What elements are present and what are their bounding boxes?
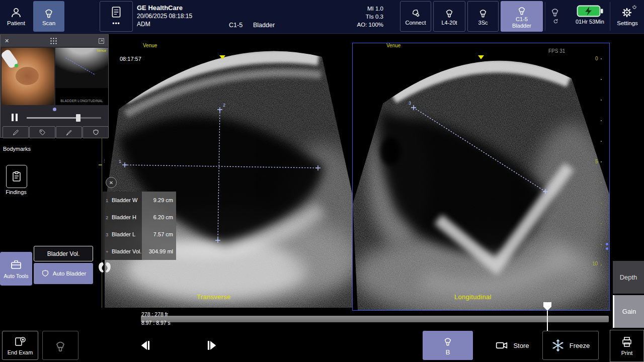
print-button[interactable]: Print	[610, 330, 644, 362]
carousel-dot[interactable]	[53, 108, 56, 111]
measurement-number: +	[106, 249, 109, 254]
patient-label: Patient	[7, 20, 25, 26]
longitudinal-label: Longitudinal	[454, 293, 492, 301]
measurement-results-box: 1Bladder W 9.29 cm 2Bladder H 6.20 cm 3B…	[103, 192, 176, 260]
probe-c1-5-label: C1-5	[516, 16, 528, 22]
tag-icon	[39, 129, 46, 136]
annotate-tool-button[interactable]	[3, 126, 29, 138]
probe-c1-5-active-button[interactable]: C1-5 Bladder	[501, 1, 543, 32]
right-venue-logo: Venue	[386, 43, 400, 48]
gain-label: Gain	[622, 308, 636, 315]
bodymarks-button[interactable]: Bodymarks	[3, 146, 31, 152]
wireless-probe-icon	[549, 6, 560, 17]
briefcase-icon	[10, 258, 22, 270]
depth-label: Depth	[620, 274, 637, 281]
measurement-row: +Bladder Vol. 304.99 ml	[103, 243, 176, 260]
store-button[interactable]: Store	[484, 331, 540, 360]
probe-3sc-icon	[477, 7, 489, 18]
more-dots: •••	[112, 20, 120, 27]
cine-slider-track[interactable]	[27, 117, 101, 119]
gain-indicator-dot-2[interactable]	[606, 247, 608, 250]
patient-button[interactable]: Patient	[1, 1, 31, 32]
printer-icon	[621, 336, 633, 348]
freeze-label: Freeze	[570, 342, 590, 349]
auto-tools-button[interactable]: Auto Tools	[0, 252, 32, 286]
left-venue-logo: Venue	[143, 43, 157, 48]
cine-seconds-text: 8.97 : 8.97 s	[141, 320, 171, 326]
auto-bladder-label: Auto Bladder	[53, 270, 87, 277]
cine-frames-text: 278 : 278 fr	[141, 311, 168, 317]
measurement-value: 9.29 cm	[142, 192, 176, 209]
measurement-row: 1Bladder W 9.29 cm	[103, 192, 176, 209]
connect-probe-icon	[408, 5, 424, 21]
right-ruler-0: 0	[595, 56, 598, 61]
measurement-label: Bladder L	[112, 231, 135, 237]
previous-frame-button[interactable]	[126, 331, 163, 360]
gain-indicator-dot-1[interactable]	[606, 243, 608, 245]
current-probe-text: C1-5	[229, 22, 243, 29]
tis-value: TIs 0.3	[352, 13, 383, 21]
review-panel: ✕ Venue BLADDER LONGITUDINAL	[0, 34, 109, 138]
orientation-marker-right	[478, 55, 484, 59]
left-image-time: 08:17:57	[120, 56, 141, 62]
pencil-icon	[12, 129, 20, 136]
pause-button[interactable]	[12, 114, 18, 121]
findings-clipboard-icon	[11, 170, 23, 183]
kidneys-icon[interactable]	[96, 259, 113, 277]
end-exam-button[interactable]: End Exam	[2, 331, 38, 360]
cine-position-marker[interactable]	[543, 302, 552, 311]
right-depth-ruler	[601, 58, 602, 267]
ultrasound-thumbnail[interactable]: Venue BLADDER LONGITUDINAL	[55, 48, 108, 105]
marker-tool-button[interactable]	[56, 126, 82, 138]
b-mode-label: B	[446, 348, 450, 356]
bladder-vol-label: Bladder Vol.	[47, 250, 80, 257]
power-icon	[632, 5, 637, 10]
probe-c1-5-exam-label: Bladder	[512, 23, 531, 29]
end-exam-icon	[14, 335, 26, 347]
ao-value: AO: 100%	[352, 21, 383, 29]
battery-icon	[577, 5, 604, 17]
measurement-number: 3	[106, 232, 109, 237]
connect-probe-button[interactable]: Connect	[400, 1, 431, 32]
auto-bladder-button[interactable]: Auto Bladder	[34, 263, 93, 284]
panel-drag-handle-icon[interactable]	[50, 37, 57, 45]
panel-close-icon[interactable]: ✕	[5, 38, 9, 44]
cine-marker-line	[547, 311, 548, 331]
probe-charge-icon	[552, 18, 559, 25]
review-panel-header[interactable]: ✕	[1, 35, 108, 47]
gear-icon	[621, 7, 633, 19]
brand-text: GE HealthCare	[137, 4, 192, 12]
next-frame-button[interactable]	[194, 331, 231, 360]
acoustic-output-block: MI 1.0 TIs 0.3 AO: 100%	[352, 5, 383, 29]
measurement-number: 1	[106, 198, 109, 203]
probe-3sc-button[interactable]: 3Sc	[467, 1, 499, 32]
settings-button[interactable]: Settings	[612, 1, 643, 32]
label-tool-button[interactable]	[29, 126, 55, 138]
previous-frame-icon	[137, 338, 152, 353]
probe-l4-20t-button[interactable]: L4-20t	[433, 1, 465, 32]
transverse-label: Transverse	[197, 293, 231, 301]
cine-loop-bar[interactable]	[141, 316, 609, 322]
scan-button[interactable]: Scan	[33, 1, 64, 32]
bodymark-thumbnail[interactable]	[2, 48, 54, 105]
bladder-vol-button[interactable]: Bladder Vol.	[34, 246, 93, 261]
settings-label: Settings	[617, 20, 638, 26]
current-exam-text: Bladder	[253, 22, 275, 29]
measurement-close-button[interactable]: ✕	[106, 177, 117, 188]
longitudinal-ultrasound-image[interactable]	[352, 43, 610, 311]
findings-button[interactable]	[6, 165, 27, 188]
probe-shortcut-button[interactable]	[42, 331, 78, 360]
b-mode-button[interactable]: B	[423, 331, 473, 360]
pen-icon	[65, 129, 73, 136]
fps-label: FPS 31	[548, 48, 565, 54]
panel-expand-icon[interactable]	[98, 38, 105, 44]
bladder-tool-button[interactable]	[83, 126, 109, 138]
worksheet-button[interactable]: •••	[100, 1, 133, 32]
freeze-button[interactable]: Freeze	[542, 331, 599, 360]
cine-slider-handle[interactable]	[76, 114, 80, 122]
depth-button[interactable]: Depth	[613, 261, 644, 294]
transverse-ultrasound-image[interactable]	[105, 43, 352, 308]
worksheet-icon	[110, 6, 123, 19]
measurement-row: 2Bladder H 6.20 cm	[103, 209, 176, 226]
gain-button[interactable]: Gain	[613, 295, 644, 328]
